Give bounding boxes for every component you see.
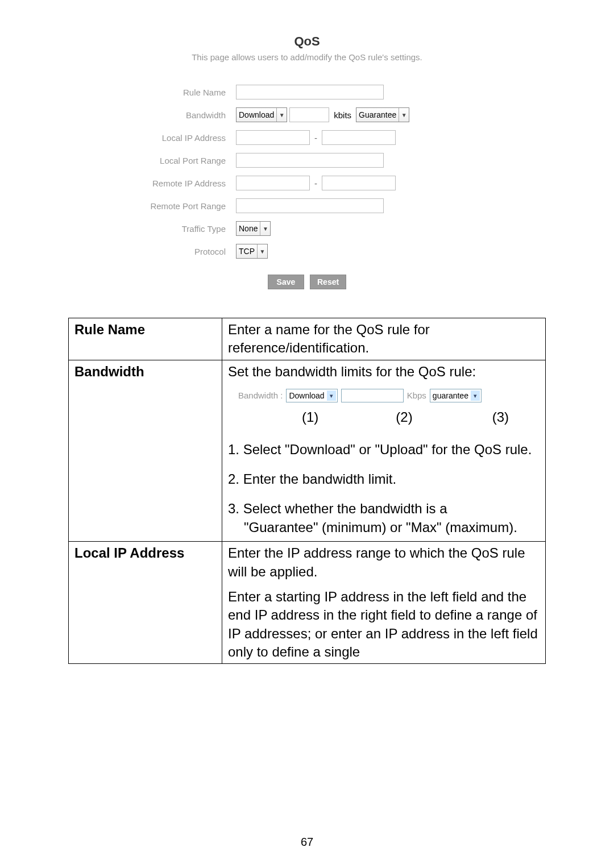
- remote-port-input[interactable]: [236, 198, 384, 213]
- local-ip-start-input[interactable]: [236, 130, 310, 145]
- label-remote-port: Remote Port Range: [111, 201, 236, 211]
- bandwidth-example-dir-select: Download ▾: [286, 389, 337, 402]
- label-traffic-type: Traffic Type: [111, 224, 236, 234]
- chevron-down-icon: ▼: [257, 244, 267, 258]
- bandwidth-example: Bandwidth : Download ▾ Kbps guarantee ▾: [238, 389, 540, 402]
- table-cell-bandwidth: Set the bandwidth limits for the QoS rul…: [222, 360, 546, 541]
- traffic-type-select[interactable]: None ▼: [236, 221, 271, 236]
- bandwidth-value-input[interactable]: [289, 107, 329, 122]
- protocol-select[interactable]: TCP ▼: [236, 244, 268, 259]
- bandwidth-step-1: 1. Select "Download" or "Upload" for the…: [228, 441, 540, 459]
- label-protocol: Protocol: [111, 247, 236, 256]
- bandwidth-step-3a: 3. Select whether the bandwidth is a: [228, 500, 540, 518]
- label-rule-name: Rule Name: [111, 88, 236, 97]
- bandwidth-unit: kbits: [331, 110, 354, 120]
- qos-form: Rule Name Bandwidth Download ▼ kbits Gua…: [111, 85, 503, 289]
- remote-ip-end-input[interactable]: [322, 176, 396, 190]
- local-ip-end-input[interactable]: [322, 130, 396, 145]
- chevron-down-icon: ▼: [276, 108, 287, 122]
- table-cell-local-ip: Enter the IP address range to which the …: [222, 542, 546, 664]
- protocol-value: TCP: [239, 247, 257, 256]
- page-number: 67: [0, 836, 614, 849]
- num-3: (3): [492, 408, 509, 426]
- label-local-port: Local Port Range: [111, 156, 236, 165]
- bandwidth-type-value: Guarantee: [359, 110, 399, 119]
- remote-ip-start-input[interactable]: [236, 176, 310, 190]
- bandwidth-step-2: 2. Enter the bandwidth limit.: [228, 470, 540, 488]
- qos-subtitle: This page allows users to add/modify the…: [68, 52, 546, 62]
- bandwidth-example-type: guarantee: [433, 391, 468, 401]
- bandwidth-example-label: Bandwidth :: [238, 390, 283, 401]
- bandwidth-step-3b: "Guarantee" (minimum) or "Max" (maximum)…: [228, 518, 540, 537]
- bandwidth-example-type-select: guarantee ▾: [430, 389, 482, 402]
- local-ip-para2: Enter a starting IP address in the left …: [228, 588, 540, 662]
- label-bandwidth: Bandwidth: [111, 110, 236, 120]
- bandwidth-type-select[interactable]: Guarantee ▼: [356, 107, 409, 122]
- table-header-bandwidth: Bandwidth: [69, 360, 222, 541]
- label-local-ip: Local IP Address: [111, 133, 236, 143]
- bandwidth-intro: Set the bandwidth limits for the QoS rul…: [228, 363, 540, 381]
- bandwidth-number-row: (1) (2) (3): [238, 408, 540, 426]
- bandwidth-direction-select[interactable]: Download ▼: [236, 107, 287, 122]
- traffic-type-value: None: [239, 224, 260, 233]
- save-button[interactable]: Save: [268, 275, 304, 289]
- table-header-local-ip: Local IP Address: [69, 542, 222, 664]
- table-cell-rule-name: Enter a name for the QoS rule for refere…: [222, 318, 546, 360]
- num-1: (1): [302, 408, 318, 426]
- range-dash: -: [312, 178, 320, 188]
- chevron-down-icon: ▼: [399, 108, 409, 122]
- bandwidth-example-unit: Kbps: [407, 390, 426, 401]
- rule-name-input[interactable]: [236, 85, 384, 99]
- table-header-rule-name: Rule Name: [69, 318, 222, 360]
- chevron-down-icon: ▼: [260, 222, 270, 235]
- chevron-down-icon: ▾: [327, 391, 336, 401]
- local-ip-para1: Enter the IP address range to which the …: [228, 544, 540, 581]
- bandwidth-example-dir: Download: [289, 391, 324, 401]
- num-2: (2): [396, 408, 412, 426]
- local-port-input[interactable]: [236, 153, 384, 168]
- label-remote-ip: Remote IP Address: [111, 178, 236, 188]
- qos-title: QoS: [68, 34, 546, 49]
- bandwidth-example-value: [341, 389, 404, 402]
- reset-button[interactable]: Reset: [310, 275, 346, 289]
- description-table: Rule Name Enter a name for the QoS rule …: [68, 318, 546, 664]
- bandwidth-direction-value: Download: [239, 110, 276, 119]
- range-dash: -: [312, 133, 320, 143]
- chevron-down-icon: ▾: [471, 391, 480, 401]
